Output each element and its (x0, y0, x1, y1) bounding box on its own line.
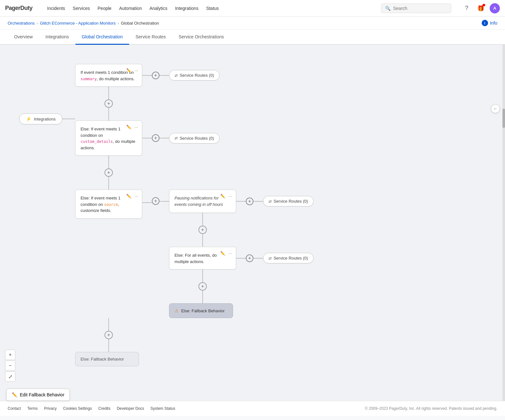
add-nested-rule-btn[interactable]: + (198, 226, 207, 234)
info-button[interactable]: i Info (482, 20, 497, 26)
rules-column: ✏️ ··· If event meets 1 condition on sum… (75, 64, 314, 366)
tab-service-routes[interactable]: Service Routes (129, 30, 172, 45)
edit-icon-subrule[interactable]: ✏️ (220, 250, 226, 256)
footer-links: Contact Terms Privacy Cookies Settings C… (8, 406, 175, 411)
zoom-out-btn[interactable]: − (5, 361, 15, 371)
connector-h-subrule-b (253, 258, 263, 259)
service-routes-subrule[interactable]: ⇄ Service Routes (0) (263, 253, 314, 263)
logo: PagerDuty (5, 5, 33, 12)
v-line-5 (108, 318, 109, 331)
nested-italic-row: ✏️ ··· Pausing notifications for events … (159, 190, 314, 213)
zoom-fit-btn[interactable]: ⤢ (5, 371, 15, 382)
integrations-icon: ⚡ (26, 116, 31, 121)
search-icon: 🔍 (385, 6, 391, 11)
integrations-label: Integrations (34, 117, 56, 121)
gift-icon[interactable]: 🎁 (476, 3, 486, 13)
connector-h-3c (236, 201, 246, 202)
connector-h-1b (159, 75, 169, 76)
service-routes-label-subrule: Service Routes (0) (274, 256, 308, 261)
zoom-in-btn[interactable]: + (5, 350, 15, 360)
add-rule-btn-3[interactable]: + (105, 331, 113, 339)
v-line-4 (108, 177, 109, 190)
add-branch-btn-1[interactable]: + (152, 72, 159, 79)
integrations-node[interactable]: ⚡ Integrations (19, 113, 62, 124)
footer-contact[interactable]: Contact (8, 406, 21, 411)
more-icon-subrule[interactable]: ··· (228, 250, 233, 256)
help-icon[interactable]: ? (462, 3, 472, 13)
nav-status[interactable]: Status (203, 4, 222, 13)
canvas: ← ⚡ Integrations ✏️ ··· (0, 45, 505, 401)
tab-service-orchestrations[interactable]: Service Orchestrations (172, 30, 230, 45)
footer-credits[interactable]: Credits (98, 406, 110, 411)
service-routes-nested[interactable]: ⇄ Service Routes (0) (263, 196, 314, 206)
nav-links: Incidents Services People Automation Ana… (44, 4, 373, 13)
edit-fallback-button[interactable]: ✏️ Edit Fallback Behavior (6, 389, 70, 401)
nav-services[interactable]: Services (70, 4, 93, 13)
rule-1-row: ✏️ ··· If event meets 1 condition on sum… (75, 64, 220, 87)
tab-integrations[interactable]: Integrations (39, 30, 75, 45)
connector-h-3d (253, 201, 263, 202)
add-nested-rule-btn-2[interactable]: + (198, 282, 207, 291)
search-bar[interactable]: 🔍 (381, 4, 451, 13)
rule-card-1: ✏️ ··· If event meets 1 condition on sum… (75, 64, 142, 87)
info-circle-icon: i (482, 20, 488, 26)
rule-2-before: Else: If event meets 1 condition on (81, 127, 120, 138)
add-rule-btn-1[interactable]: + (105, 99, 113, 108)
card-actions-italic: ✏️ ··· (220, 193, 233, 199)
service-routes-2[interactable]: ⇄ Service Routes (0) (169, 133, 220, 144)
footer-dev-docs[interactable]: Developer Docs (117, 406, 144, 411)
italic-rule-card: ✏️ ··· Pausing notifications for events … (169, 190, 236, 213)
right-scrollbar[interactable] (502, 45, 505, 401)
add-branch-btn-nested[interactable]: + (246, 198, 253, 205)
rule-2-highlight: custom_details (81, 139, 113, 144)
service-routes-label-nested: Service Routes (0) (274, 199, 308, 204)
footer-terms[interactable]: Terms (27, 406, 38, 411)
add-branch-btn-2[interactable]: + (152, 134, 159, 142)
nav-analytics[interactable]: Analytics (146, 4, 171, 13)
nested-fallback-label: Else: Fallback Behavior (181, 308, 225, 313)
more-icon-1[interactable]: ··· (134, 67, 139, 74)
v-line-1 (108, 87, 109, 99)
edit-icon-3[interactable]: ✏️ (126, 193, 132, 199)
v-line-2 (108, 108, 109, 121)
nested-fallback-card: ⚠ Else: Fallback Behavior (169, 303, 233, 318)
breadcrumb-bar: Orchestrations › Glitch ECommerce - Appl… (0, 17, 505, 30)
footer-cookies[interactable]: Cookies Settings (63, 406, 92, 411)
side-arrow-button[interactable]: ← (491, 104, 500, 113)
footer-system-status[interactable]: System Status (151, 406, 175, 411)
nested-plus-area: + (152, 197, 159, 205)
add-branch-btn-3[interactable]: + (152, 197, 159, 205)
rule-3-area: ✏️ ··· Else: If event meets 1 condition … (75, 190, 314, 318)
nav-automation[interactable]: Automation (116, 4, 145, 13)
service-routes-label-2: Service Routes (0) (180, 136, 214, 141)
edit-icon-italic[interactable]: ✏️ (220, 193, 226, 199)
search-input[interactable] (393, 6, 447, 11)
nav-people[interactable]: People (94, 4, 115, 13)
footer-privacy[interactable]: Privacy (44, 406, 57, 411)
top-nav: PagerDuty Incidents Services People Auto… (0, 0, 505, 17)
tab-global-orchestration[interactable]: Global Orchestration (75, 30, 129, 45)
rule-1-highlight: summary (81, 77, 97, 81)
more-icon-italic[interactable]: ··· (228, 193, 233, 199)
service-routes-1[interactable]: ⇄ Service Routes (0) (169, 70, 220, 81)
edit-icon-2[interactable]: ✏️ (126, 124, 132, 130)
add-branch-btn-subrule[interactable]: + (246, 254, 253, 262)
more-icon-3[interactable]: ··· (134, 193, 139, 199)
add-rule-btn-2[interactable]: + (105, 168, 113, 177)
breadcrumb-app-monitors[interactable]: Glitch ECommerce - Application Monitors (40, 21, 116, 26)
nav-icons: ? 🎁 A (462, 3, 500, 13)
nav-integrations[interactable]: Integrations (172, 4, 202, 13)
more-icon-2[interactable]: ··· (134, 124, 139, 130)
breadcrumb-sep-1: › (37, 21, 38, 26)
breadcrumb-orchestrations[interactable]: Orchestrations (8, 21, 35, 26)
tab-overview[interactable]: Overview (8, 30, 39, 45)
nav-incidents[interactable]: Incidents (44, 4, 68, 13)
edit-icon-1[interactable]: ✏️ (126, 67, 132, 74)
avatar[interactable]: A (490, 3, 500, 13)
fallback-label: Else: Fallback Behavior (81, 357, 124, 362)
route-icon-nested: ⇄ (268, 199, 272, 204)
nested-fallback-row: ⚠ Else: Fallback Behavior (169, 303, 233, 318)
route-icon-1: ⇄ (175, 73, 178, 78)
scrollbar-thumb (502, 109, 505, 128)
notification-dot (483, 4, 485, 6)
